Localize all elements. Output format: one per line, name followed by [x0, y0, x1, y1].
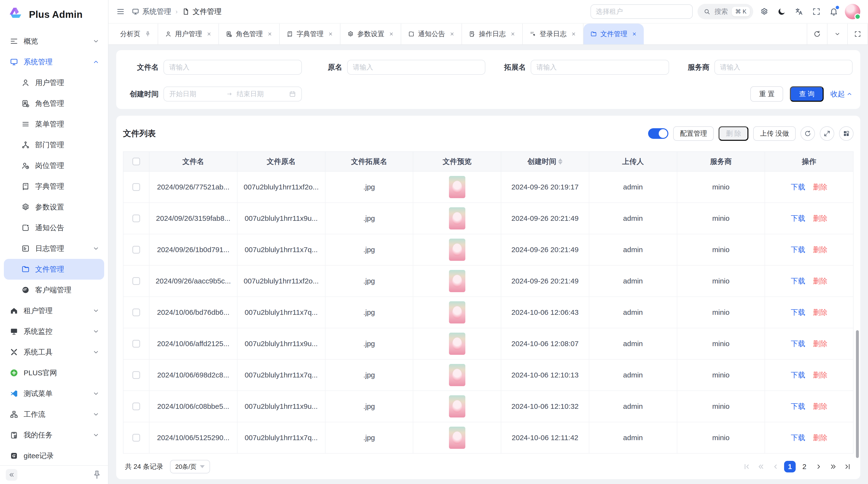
delete-link[interactable]: 删除	[813, 214, 828, 223]
download-link[interactable]: 下载	[791, 401, 805, 412]
row-checkbox[interactable]	[132, 434, 140, 442]
sidebar-item-param-settings[interactable]: 参数设置	[4, 197, 104, 218]
sort-carets-icon[interactable]	[558, 158, 562, 165]
jump-forward-button[interactable]	[828, 461, 839, 473]
settings-button[interactable]	[758, 5, 771, 18]
sidebar-item-client-management[interactable]: 客户端管理	[4, 280, 104, 300]
row-checkbox[interactable]	[132, 371, 140, 379]
sidebar-item-log-management[interactable]: 日志管理	[4, 238, 104, 259]
download-link[interactable]: 下载	[791, 276, 805, 286]
sidebar-pin-button[interactable]	[92, 470, 102, 480]
download-link[interactable]: 下载	[791, 308, 805, 317]
date-range-picker[interactable]: 开始日期 结束日期	[163, 87, 302, 101]
first-page-button[interactable]	[741, 461, 752, 473]
tabs-refresh-button[interactable]	[807, 24, 828, 44]
download-link[interactable]: 下载	[791, 182, 805, 192]
sidebar-item-plus-website[interactable]: PLUS官网	[4, 362, 104, 383]
table-refresh-button[interactable]	[801, 126, 815, 141]
content-fullscreen-button[interactable]	[848, 24, 868, 44]
delete-link[interactable]: 删除	[813, 276, 828, 286]
origin-name-input[interactable]: 请输入	[347, 60, 486, 75]
tab-login-log[interactable]: 登录日志	[523, 24, 584, 44]
sidebar-item-role-management[interactable]: 角色管理	[4, 93, 104, 114]
next-page-button[interactable]	[813, 461, 825, 473]
tenant-select[interactable]: 选择租户	[590, 4, 693, 19]
language-button[interactable]	[793, 5, 805, 18]
row-checkbox[interactable]	[132, 277, 140, 285]
hamburger-menu-button[interactable]	[114, 5, 127, 18]
tab-operation-log[interactable]: 操作日志	[462, 24, 523, 44]
search-toggle-switch[interactable]	[648, 128, 669, 139]
tab-param-settings[interactable]: 参数设置	[340, 24, 401, 44]
close-icon[interactable]	[389, 31, 394, 37]
file-preview-thumbnail[interactable]	[449, 301, 465, 323]
close-icon[interactable]	[571, 31, 576, 37]
file-preview-thumbnail[interactable]	[449, 364, 465, 386]
table-fullscreen-button[interactable]	[820, 126, 834, 141]
query-button[interactable]: 查 询	[790, 86, 824, 102]
row-checkbox[interactable]	[132, 215, 140, 222]
sidebar-item-workflow[interactable]: 工作流	[4, 404, 104, 425]
delete-link[interactable]: 删除	[813, 433, 828, 443]
file-name-input[interactable]: 请输入	[163, 60, 302, 75]
close-icon[interactable]	[267, 31, 273, 37]
download-link[interactable]: 下载	[791, 433, 805, 443]
sidebar-collapse-button[interactable]	[6, 469, 18, 481]
download-link[interactable]: 下载	[791, 245, 805, 255]
tab-dict-management[interactable]: 字典管理	[280, 24, 340, 44]
upload-button[interactable]: 上传 没做	[753, 126, 796, 141]
file-preview-thumbnail[interactable]	[449, 238, 465, 261]
tab-role-management[interactable]: 角色管理	[219, 24, 280, 44]
delete-link[interactable]: 删除	[813, 370, 828, 380]
provider-input[interactable]: 请输入	[714, 60, 853, 75]
breadcrumb-system-management[interactable]: 系统管理	[132, 7, 171, 17]
file-preview-thumbnail[interactable]	[449, 333, 465, 355]
file-preview-thumbnail[interactable]	[449, 176, 465, 198]
sidebar-item-file-management[interactable]: 文件管理	[4, 259, 104, 280]
page-number-1[interactable]: 1	[784, 461, 796, 473]
tab-user-management[interactable]: 用户管理	[158, 24, 219, 44]
tab-notice[interactable]: 通知公告	[401, 24, 462, 44]
sidebar-item-notice[interactable]: 通知公告	[4, 218, 104, 238]
row-checkbox[interactable]	[132, 402, 140, 410]
table-columns-button[interactable]	[839, 126, 854, 141]
sidebar-item-my-tasks[interactable]: 我的任务	[4, 425, 104, 445]
dark-mode-button[interactable]	[775, 5, 788, 18]
fullscreen-button[interactable]	[810, 5, 823, 18]
collapse-filters-link[interactable]: 收起	[830, 89, 852, 99]
page-number-2[interactable]: 2	[799, 461, 810, 473]
close-icon[interactable]	[632, 31, 637, 37]
sidebar-item-tenant-management[interactable]: 租户管理	[4, 300, 104, 321]
sidebar-item-gitee-log[interactable]: gitee记录	[4, 445, 104, 466]
row-checkbox[interactable]	[132, 309, 140, 316]
breadcrumb-file-management[interactable]: 文件管理	[182, 7, 222, 17]
row-checkbox[interactable]	[132, 246, 140, 254]
file-preview-thumbnail[interactable]	[449, 427, 465, 449]
row-checkbox[interactable]	[132, 340, 140, 348]
extension-input[interactable]: 请输入	[531, 60, 669, 75]
sidebar-item-system-management[interactable]: 系统管理	[4, 52, 104, 72]
tab-analysis[interactable]: 分析页	[113, 24, 158, 44]
sidebar-item-dict-management[interactable]: 字典管理	[4, 176, 104, 197]
sidebar-item-post-management[interactable]: 岗位管理	[4, 155, 104, 176]
page-size-select[interactable]: 20条/页	[170, 460, 210, 474]
select-all-checkbox[interactable]	[132, 158, 140, 165]
column-header-create-time[interactable]: 创建时间	[501, 152, 589, 172]
delete-link[interactable]: 删除	[813, 339, 828, 349]
user-avatar[interactable]	[845, 4, 860, 19]
sidebar-item-system-monitor[interactable]: 系统监控	[4, 321, 104, 342]
close-icon[interactable]	[510, 31, 516, 37]
close-icon[interactable]	[450, 31, 455, 37]
close-icon[interactable]	[328, 31, 333, 37]
download-link[interactable]: 下载	[791, 339, 805, 349]
sidebar-item-menu-management[interactable]: 菜单管理	[4, 114, 104, 134]
sidebar-item-overview[interactable]: 概览	[4, 31, 104, 52]
global-search-button[interactable]: 搜索 ⌘ K	[698, 4, 753, 19]
file-preview-thumbnail[interactable]	[449, 395, 465, 417]
close-icon[interactable]	[207, 31, 212, 37]
sidebar-item-user-management[interactable]: 用户管理	[4, 72, 104, 93]
logo-row[interactable]: Plus Admin	[0, 0, 108, 29]
delete-link[interactable]: 删除	[813, 245, 828, 255]
file-preview-thumbnail[interactable]	[449, 207, 465, 229]
sidebar-item-system-tools[interactable]: 系统工具	[4, 342, 104, 362]
